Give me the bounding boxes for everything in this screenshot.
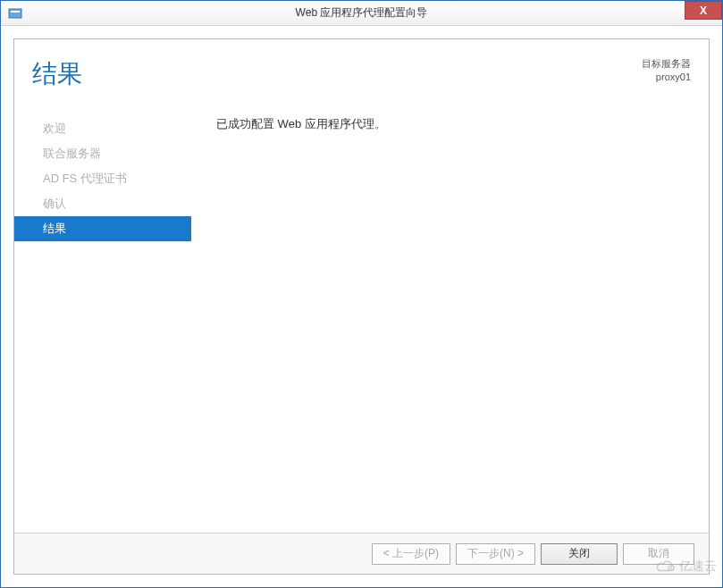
inner-panel: 结果 目标服务器 proxy01 欢迎 联合服务器 AD FS 代理证书 bbox=[13, 38, 710, 575]
button-bar: < 上一步(P) 下一步(N) > 关闭 取消 bbox=[14, 533, 709, 574]
sidebar-item-adfs-proxy-cert: AD FS 代理证书 bbox=[14, 166, 191, 191]
previous-button: < 上一步(P) bbox=[372, 543, 450, 565]
svg-rect-0 bbox=[9, 9, 21, 18]
sidebar-item-label: 确认 bbox=[43, 197, 66, 210]
wizard-window: Web 应用程序代理配置向导 X 结果 目标服务器 proxy01 欢迎 联合服… bbox=[0, 0, 723, 588]
close-wizard-button[interactable]: 关闭 bbox=[541, 543, 618, 565]
app-icon bbox=[6, 4, 24, 22]
page-title: 结果 bbox=[32, 57, 82, 91]
sidebar-item-label: 联合服务器 bbox=[43, 147, 101, 160]
window-title: Web 应用程序代理配置向导 bbox=[296, 5, 428, 21]
header-area: 结果 目标服务器 proxy01 bbox=[14, 39, 709, 100]
target-label: 目标服务器 bbox=[642, 57, 691, 71]
sidebar: 欢迎 联合服务器 AD FS 代理证书 确认 结果 bbox=[14, 109, 191, 533]
result-message: 已成功配置 Web 应用程序代理。 bbox=[216, 116, 691, 132]
close-button[interactable]: X bbox=[685, 1, 722, 20]
content-wrapper: 结果 目标服务器 proxy01 欢迎 联合服务器 AD FS 代理证书 bbox=[1, 26, 722, 587]
sidebar-item-confirm: 确认 bbox=[14, 191, 191, 216]
body-area: 欢迎 联合服务器 AD FS 代理证书 确认 结果 bbox=[14, 100, 709, 533]
sidebar-item-label: 欢迎 bbox=[43, 122, 66, 135]
sidebar-item-results: 结果 bbox=[14, 216, 191, 241]
sidebar-item-label: 结果 bbox=[43, 222, 66, 235]
sidebar-item-label: AD FS 代理证书 bbox=[43, 172, 127, 185]
target-name: proxy01 bbox=[642, 71, 691, 84]
target-info: 目标服务器 proxy01 bbox=[642, 57, 691, 85]
svg-rect-1 bbox=[11, 11, 20, 13]
titlebar: Web 应用程序代理配置向导 X bbox=[1, 1, 722, 26]
cancel-button: 取消 bbox=[623, 543, 694, 565]
sidebar-item-welcome: 欢迎 bbox=[14, 116, 191, 141]
next-button: 下一步(N) > bbox=[456, 543, 535, 565]
main-content: 已成功配置 Web 应用程序代理。 bbox=[191, 109, 709, 533]
sidebar-item-federation-server: 联合服务器 bbox=[14, 141, 191, 166]
